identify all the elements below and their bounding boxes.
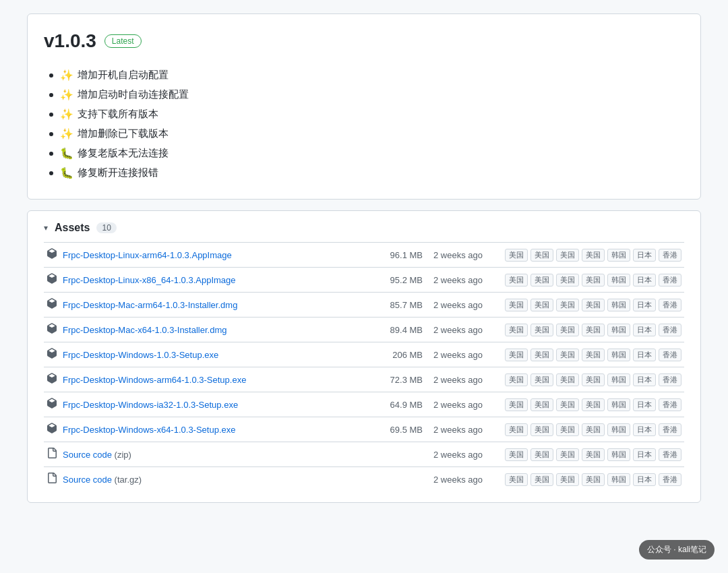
asset-date: 2 weeks ago xyxy=(433,475,494,485)
mirror-button[interactable]: 美国 xyxy=(556,398,579,411)
mirror-button[interactable]: 美国 xyxy=(556,274,579,286)
mirror-button[interactable]: 日本 xyxy=(633,473,656,486)
asset-date: 2 weeks ago xyxy=(433,300,494,310)
asset-mirrors: 美国美国美国美国韩国日本香港 xyxy=(505,473,681,486)
mirror-button[interactable]: 韩国 xyxy=(607,299,630,311)
assets-list: Frpc-Desktop-Linux-arm64-1.0.3.AppImage9… xyxy=(44,242,684,491)
mirror-button[interactable]: 美国 xyxy=(505,349,528,361)
mirror-button[interactable]: 日本 xyxy=(633,423,656,436)
mirror-button[interactable]: 美国 xyxy=(582,473,605,486)
note-emoji: ✨ xyxy=(60,88,73,101)
mirror-button[interactable]: 美国 xyxy=(530,249,553,262)
mirror-button[interactable]: 韩国 xyxy=(607,448,630,461)
mirror-button[interactable]: 美国 xyxy=(505,249,528,262)
mirror-button[interactable]: 日本 xyxy=(633,274,656,286)
mirror-button[interactable]: 美国 xyxy=(530,373,553,386)
mirror-button[interactable]: 美国 xyxy=(530,473,553,486)
asset-name[interactable]: Frpc-Desktop-Windows-1.0.3-Setup.exe xyxy=(63,350,375,360)
mirror-button[interactable]: 韩国 xyxy=(607,373,630,386)
mirror-button[interactable]: 美国 xyxy=(556,299,579,311)
mirror-button[interactable]: 美国 xyxy=(505,423,528,436)
asset-name[interactable]: Frpc-Desktop-Mac-x64-1.0.3-Installer.dmg xyxy=(63,325,375,335)
mirror-button[interactable]: 香港 xyxy=(659,373,681,386)
release-note-item: ✨增加启动时自动连接配置 xyxy=(49,85,684,104)
mirror-button[interactable]: 香港 xyxy=(659,398,681,411)
asset-size: 89.4 MB xyxy=(375,325,423,335)
mirror-button[interactable]: 美国 xyxy=(556,249,579,262)
mirror-button[interactable]: 香港 xyxy=(659,274,681,286)
mirror-button[interactable]: 美国 xyxy=(505,373,528,386)
mirror-button[interactable]: 美国 xyxy=(505,274,528,286)
mirror-button[interactable]: 美国 xyxy=(530,274,553,286)
mirror-button[interactable]: 香港 xyxy=(659,473,681,486)
asset-name[interactable]: Frpc-Desktop-Windows-ia32-1.0.3-Setup.ex… xyxy=(63,400,375,410)
mirror-button[interactable]: 香港 xyxy=(659,299,681,311)
mirror-button[interactable]: 美国 xyxy=(582,373,605,386)
asset-size: 85.7 MB xyxy=(375,300,423,310)
mirror-button[interactable]: 美国 xyxy=(556,423,579,436)
mirror-button[interactable]: 美国 xyxy=(556,373,579,386)
mirror-button[interactable]: 美国 xyxy=(556,473,579,486)
mirror-button[interactable]: 香港 xyxy=(659,423,681,436)
mirror-button[interactable]: 韩国 xyxy=(607,473,630,486)
mirror-button[interactable]: 美国 xyxy=(505,448,528,461)
asset-date: 2 weeks ago xyxy=(433,350,494,360)
mirror-button[interactable]: 美国 xyxy=(582,324,605,336)
mirror-button[interactable]: 美国 xyxy=(582,423,605,436)
chevron-icon: ▾ xyxy=(44,223,48,233)
asset-name[interactable]: Source code (tar.gz) xyxy=(63,475,375,485)
mirror-button[interactable]: 美国 xyxy=(582,299,605,311)
mirror-button[interactable]: 美国 xyxy=(530,299,553,311)
note-text: 修复老版本无法连接 xyxy=(78,147,169,160)
mirror-button[interactable]: 香港 xyxy=(659,324,681,336)
mirror-button[interactable]: 香港 xyxy=(659,349,681,361)
mirror-button[interactable]: 日本 xyxy=(633,349,656,361)
asset-mirrors: 美国美国美国美国韩国日本香港 xyxy=(505,299,681,311)
asset-name[interactable]: Frpc-Desktop-Linux-x86_64-1.0.3.AppImage xyxy=(63,275,375,285)
mirror-button[interactable]: 美国 xyxy=(582,274,605,286)
mirror-button[interactable]: 美国 xyxy=(530,448,553,461)
mirror-button[interactable]: 日本 xyxy=(633,398,656,411)
mirror-button[interactable]: 美国 xyxy=(556,448,579,461)
mirror-button[interactable]: 美国 xyxy=(530,324,553,336)
mirror-button[interactable]: 日本 xyxy=(633,299,656,311)
mirror-button[interactable]: 美国 xyxy=(582,398,605,411)
mirror-button[interactable]: 美国 xyxy=(505,324,528,336)
note-text: 增加删除已下载版本 xyxy=(78,127,169,140)
mirror-button[interactable]: 美国 xyxy=(530,423,553,436)
mirror-button[interactable]: 美国 xyxy=(556,349,579,361)
mirror-button[interactable]: 日本 xyxy=(633,249,656,262)
mirror-button[interactable]: 日本 xyxy=(633,373,656,386)
mirror-button[interactable]: 韩国 xyxy=(607,324,630,336)
mirror-button[interactable]: 美国 xyxy=(582,249,605,262)
asset-row: Frpc-Desktop-Mac-x64-1.0.3-Installer.dmg… xyxy=(44,317,684,342)
mirror-button[interactable]: 美国 xyxy=(505,473,528,486)
mirror-button[interactable]: 美国 xyxy=(530,398,553,411)
mirror-button[interactable]: 美国 xyxy=(582,349,605,361)
bullet-dot xyxy=(49,132,53,136)
asset-name[interactable]: Frpc-Desktop-Windows-x64-1.0.3-Setup.exe xyxy=(63,425,375,435)
assets-header[interactable]: ▾ Assets 10 xyxy=(44,222,684,234)
mirror-button[interactable]: 韩国 xyxy=(607,349,630,361)
mirror-button[interactable]: 韩国 xyxy=(607,274,630,286)
mirror-button[interactable]: 香港 xyxy=(659,249,681,262)
asset-name[interactable]: Frpc-Desktop-Windows-arm64-1.0.3-Setup.e… xyxy=(63,375,375,385)
mirror-button[interactable]: 日本 xyxy=(633,324,656,336)
mirror-button[interactable]: 日本 xyxy=(633,448,656,461)
package-icon xyxy=(47,298,57,311)
mirror-button[interactable]: 韩国 xyxy=(607,398,630,411)
mirror-button[interactable]: 韩国 xyxy=(607,423,630,436)
asset-name[interactable]: Source code (zip) xyxy=(63,450,375,460)
mirror-button[interactable]: 美国 xyxy=(505,299,528,311)
asset-name[interactable]: Frpc-Desktop-Mac-arm64-1.0.3-Installer.d… xyxy=(63,300,375,310)
mirror-button[interactable]: 香港 xyxy=(659,448,681,461)
note-emoji: ✨ xyxy=(60,108,73,121)
bullet-dot xyxy=(49,113,53,117)
mirror-button[interactable]: 韩国 xyxy=(607,249,630,262)
asset-name[interactable]: Frpc-Desktop-Linux-arm64-1.0.3.AppImage xyxy=(63,250,375,260)
mirror-button[interactable]: 美国 xyxy=(505,398,528,411)
mirror-button[interactable]: 美国 xyxy=(582,448,605,461)
mirror-button[interactable]: 美国 xyxy=(556,324,579,336)
note-text: 增加启动时自动连接配置 xyxy=(78,88,189,101)
mirror-button[interactable]: 美国 xyxy=(530,349,553,361)
